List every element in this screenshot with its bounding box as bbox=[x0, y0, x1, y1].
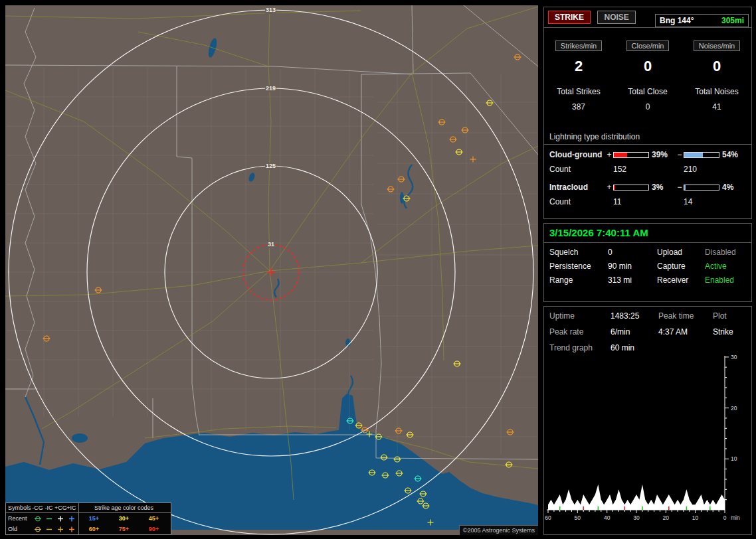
ic-negative-bar bbox=[684, 185, 719, 191]
receiver-value: Enabled bbox=[705, 275, 747, 285]
legend-symbol-cell bbox=[43, 526, 54, 533]
close-per-min-button[interactable]: Close/min bbox=[626, 40, 670, 51]
noise-mode-button[interactable]: NOISE bbox=[597, 11, 635, 24]
stats-panel: STRIKE NOISE Bng 144° 305mi Strikes/min … bbox=[543, 7, 752, 219]
bearing-range-display: Bng 144° 305mi bbox=[655, 14, 749, 27]
legend-symbol-cell bbox=[54, 515, 66, 522]
svg-text:30: 30 bbox=[731, 354, 737, 360]
svg-text:40: 40 bbox=[604, 514, 611, 521]
close-per-min-value: 0 bbox=[613, 58, 682, 75]
svg-text:10: 10 bbox=[731, 455, 737, 462]
copyright-notice: ©2005 Astrogenic Systems bbox=[459, 525, 538, 535]
total-strikes-label: Total Strikes bbox=[544, 87, 613, 96]
bearing-range-value: 305mi bbox=[721, 16, 744, 25]
cg-negative-bar bbox=[684, 152, 719, 158]
trend-panel: Uptime 1483:25 Peak time Plot Peak rate … bbox=[543, 306, 752, 535]
totals-values-row: 387 0 41 bbox=[544, 102, 751, 112]
peak-rate-label: Peak rate bbox=[549, 327, 611, 337]
intracloud-label: Intracloud bbox=[549, 183, 605, 192]
legend-type-header: +CG bbox=[54, 504, 66, 511]
range-ring-label: 313 bbox=[265, 7, 276, 14]
ic-positive-percent: 3% bbox=[649, 183, 676, 192]
legend-age-cells: 15+30+45+ bbox=[78, 513, 169, 524]
total-noises-label: Total Noises bbox=[682, 87, 751, 96]
totals-labels-row: Total Strikes Total Close Total Noises bbox=[544, 87, 751, 96]
legend-row-label: Old bbox=[8, 526, 32, 532]
plot-value: Strike bbox=[713, 327, 747, 337]
svg-text:50: 50 bbox=[575, 514, 581, 521]
cg-negative-percent: 54% bbox=[719, 150, 746, 159]
capture-value: Active bbox=[705, 262, 747, 271]
legend-minus-icon bbox=[45, 515, 54, 522]
squelch-label: Squelch bbox=[549, 248, 608, 257]
cloud-ground-label: Cloud-ground bbox=[549, 150, 605, 159]
peak-rate-value: 6/min bbox=[611, 327, 658, 337]
plot-label: Plot bbox=[713, 311, 747, 321]
svg-text:min: min bbox=[731, 514, 740, 521]
legend-symbol-cell bbox=[32, 515, 43, 522]
svg-text:30: 30 bbox=[633, 514, 640, 521]
strike-mode-button[interactable]: STRIKE bbox=[548, 11, 591, 24]
legend-type-header: -CG bbox=[32, 504, 43, 511]
age-code: 75+ bbox=[119, 526, 129, 532]
legend-symbol-cell bbox=[66, 515, 77, 522]
ic-negative-count: 14 bbox=[676, 197, 746, 206]
distribution-title: Lightning type distribution bbox=[544, 132, 751, 145]
range-ring-label: 125 bbox=[265, 163, 276, 170]
plus-sign: + bbox=[605, 183, 613, 192]
intracloud-row: Intracloud + 3% − 4% bbox=[549, 183, 751, 192]
mode-button-row: STRIKE NOISE Bng 144° 305mi bbox=[548, 11, 751, 25]
minus-sign: − bbox=[676, 183, 684, 192]
legend-symbol-cell bbox=[54, 526, 66, 533]
count-label: Count bbox=[549, 165, 605, 174]
legend-age-cells: 60+75+90+ bbox=[78, 524, 169, 534]
legend-row: Recent15+30+45+ bbox=[6, 513, 171, 524]
divider bbox=[544, 242, 751, 243]
persistence-value: 90 min bbox=[608, 262, 657, 271]
lightning-type-distribution: Lightning type distribution Cloud-ground… bbox=[544, 132, 751, 206]
range-ring-label: 219 bbox=[265, 85, 276, 92]
legend-plus-icon bbox=[56, 526, 65, 533]
age-code: 60+ bbox=[89, 526, 99, 532]
ic-negative-percent: 4% bbox=[719, 183, 746, 192]
map-view[interactable]: Symbols -CG-IC+CG+ICStrike age color cod… bbox=[5, 5, 538, 535]
legend-symbol-cell bbox=[32, 526, 43, 533]
legend-symbols-header: Symbols bbox=[8, 504, 32, 511]
range-label: Range bbox=[549, 275, 608, 285]
legend-row-label: Recent bbox=[8, 515, 32, 522]
map-legend: Symbols -CG-IC+CG+ICStrike age color cod… bbox=[5, 502, 171, 535]
uptime-label: Uptime bbox=[549, 311, 611, 321]
rate-buttons-row: Strikes/min Close/min Noises/min bbox=[544, 40, 751, 51]
intracloud-count-row: Count 11 14 bbox=[549, 197, 751, 206]
svg-text:60: 60 bbox=[545, 514, 551, 521]
status-panel: 3/15/2026 7:40:11 AM Squelch 0 Upload Di… bbox=[543, 223, 752, 302]
range-ring-label: 31 bbox=[267, 241, 275, 248]
trend-graph-window: 60 min bbox=[611, 343, 747, 352]
svg-text:20: 20 bbox=[731, 405, 737, 412]
svg-text:20: 20 bbox=[663, 514, 670, 521]
divider bbox=[544, 27, 751, 28]
legend-row: Old60+75+90+ bbox=[6, 524, 171, 534]
peak-time-value: 4:37 AM bbox=[658, 327, 713, 337]
cg-positive-bar bbox=[613, 152, 649, 158]
cg-positive-count: 152 bbox=[605, 165, 676, 174]
svg-text:0: 0 bbox=[723, 514, 727, 521]
legend-cm-icon bbox=[33, 526, 43, 533]
count-label: Count bbox=[549, 197, 605, 206]
cloud-ground-count-row: Count 152 210 bbox=[549, 165, 751, 174]
capture-label: Capture bbox=[657, 262, 705, 271]
strikes-per-min-button[interactable]: Strikes/min bbox=[555, 40, 602, 51]
age-code: 30+ bbox=[119, 515, 129, 522]
age-code: 90+ bbox=[149, 526, 159, 532]
noises-per-min-button[interactable]: Noises/min bbox=[694, 40, 740, 51]
legend-age-header: Strike age color codes bbox=[78, 503, 169, 512]
legend-plus-icon bbox=[67, 515, 76, 522]
legend-plus-icon bbox=[67, 526, 76, 533]
age-code: 45+ bbox=[149, 515, 159, 522]
cg-positive-percent: 39% bbox=[649, 150, 676, 159]
peak-time-label: Peak time bbox=[658, 311, 713, 321]
legend-type-header: +IC bbox=[66, 504, 77, 511]
trend-graph: 3020106050403020100min bbox=[544, 354, 753, 531]
age-code: 15+ bbox=[89, 515, 99, 522]
noises-per-min-value: 0 bbox=[682, 58, 751, 75]
